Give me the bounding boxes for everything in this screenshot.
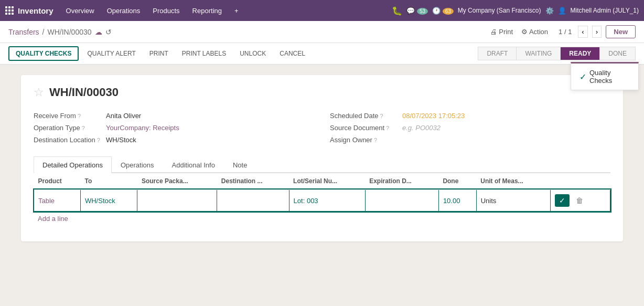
cell-row-actions: ✓ 🗑	[550, 189, 610, 212]
receive-from-field: Receive From ? Anita Oliver	[34, 110, 314, 122]
cell-to: WH/Stock	[80, 189, 137, 212]
bug-icon[interactable]: 🐛	[392, 6, 402, 16]
tab-detailed-operations[interactable]: Detailed Operations	[34, 156, 112, 173]
cell-source-package	[137, 189, 217, 212]
operation-type-label: Operation Type ?	[34, 124, 102, 132]
scheduled-date-label: Scheduled Date ?	[330, 112, 398, 120]
user-name: Mitchell Admin (JULY_1)	[571, 7, 639, 14]
cell-destination	[217, 189, 289, 212]
apps-grid-icon[interactable]	[5, 6, 14, 15]
col-to: To	[80, 173, 137, 189]
form-fields: Receive From ? Anita Oliver Operation Ty…	[34, 110, 610, 146]
nav-reporting[interactable]: Reporting	[187, 0, 227, 21]
receive-from-help-icon[interactable]: ?	[78, 113, 81, 119]
tab-content: Product To Source Packa... Destination .…	[34, 173, 610, 231]
cell-lot-serial: Lot: 003	[289, 189, 365, 212]
tab-note[interactable]: Note	[224, 156, 256, 173]
operations-table: Product To Source Packa... Destination .…	[34, 173, 610, 212]
pagination: 1 / 1	[559, 28, 572, 36]
col-expiration: Expiration D...	[365, 173, 438, 189]
new-button[interactable]: New	[606, 25, 636, 38]
check-icon: ✓	[579, 72, 586, 82]
scheduled-date-value: 08/07/2023 17:05:23	[402, 112, 465, 120]
add-line-button[interactable]: Add a line	[34, 212, 72, 226]
destination-help-icon[interactable]: ?	[97, 137, 100, 143]
record-title-row: ☆ WH/IN/00030	[34, 86, 610, 99]
favorite-star-icon[interactable]: ☆	[34, 86, 44, 99]
operation-type-field: Operation Type ? YourCompany: Receipts	[34, 122, 314, 134]
unlock-button[interactable]: UNLOCK	[234, 47, 271, 60]
col-done: Done	[438, 173, 476, 189]
col-actions	[550, 173, 610, 189]
print-labels-button[interactable]: PRINT LABELS	[177, 47, 231, 60]
clock-icon[interactable]: 🕐 63	[432, 7, 454, 15]
done-value: 10.00	[443, 197, 460, 205]
row-delete-button[interactable]: 🗑	[572, 194, 587, 207]
brand-logo: Inventory	[18, 6, 53, 15]
operation-type-help-icon[interactable]: ?	[82, 125, 85, 131]
company-name: My Company (San Francisco)	[458, 7, 541, 14]
col-unit: Unit of Meas...	[476, 173, 550, 189]
lot-serial-value: Lot: 003	[294, 197, 318, 205]
destination-value: WH/Stock	[106, 136, 136, 144]
record-title: WH/IN/00030	[49, 86, 119, 99]
refresh-icon[interactable]: ↺	[105, 28, 112, 36]
breadcrumb-parent[interactable]: Transfers	[8, 28, 39, 36]
record-card: ☆ WH/IN/00030 Receive From ? Anita Olive…	[21, 75, 623, 241]
col-lot-serial: Lot/Serial Nu...	[289, 173, 365, 189]
receive-from-label: Receive From ?	[34, 112, 102, 120]
print-button[interactable]: 🖨 Print	[490, 28, 513, 36]
status-done[interactable]: DONE	[599, 47, 636, 60]
unit-value: Units	[481, 197, 497, 205]
receive-from-value: Anita Oliver	[106, 112, 141, 120]
table-area: Product To Source Packa... Destination .…	[34, 173, 610, 226]
assign-owner-help-icon[interactable]: ?	[374, 137, 377, 143]
nav-operations[interactable]: Operations	[102, 0, 146, 21]
assign-owner-field: Assign Owner ?	[330, 134, 610, 146]
nav-overview[interactable]: Overview	[61, 0, 100, 21]
quality-alert-button[interactable]: QUALITY ALERT	[82, 47, 141, 60]
assign-owner-label: Assign Owner ?	[330, 136, 398, 144]
breadcrumb-current: WH/IN/00030	[48, 28, 92, 36]
breadcrumb-separator: /	[42, 28, 45, 36]
cell-unit: Units	[476, 189, 550, 212]
source-document-value[interactable]: e.g. PO0032	[402, 124, 441, 132]
source-document-help-icon[interactable]: ?	[386, 125, 389, 131]
tab-additional-info[interactable]: Additional Info	[163, 156, 224, 173]
breadcrumb: Transfers / WH/IN/00030 ☁ ↺	[8, 28, 112, 36]
status-draft[interactable]: DRAFT	[478, 47, 517, 60]
source-document-label: Source Document ?	[330, 124, 398, 132]
operation-type-value[interactable]: YourCompany: Receipts	[106, 124, 179, 132]
cloud-icon[interactable]: ☁	[95, 28, 102, 36]
status-ready[interactable]: READY	[560, 47, 600, 60]
quality-checks-label: Quality Checks	[589, 69, 612, 85]
product-link[interactable]: Table	[38, 197, 55, 205]
top-navigation: Inventory Overview Operations Products R…	[0, 0, 644, 21]
cell-product: Table	[34, 189, 81, 212]
settings-icon[interactable]: ⚙️	[545, 7, 554, 15]
row-check-button[interactable]: ✓	[555, 194, 570, 207]
tabs: Detailed Operations Operations Additiona…	[34, 156, 610, 173]
action-button[interactable]: ⚙ Action	[521, 28, 548, 36]
chat-icon[interactable]: 💬 53	[406, 7, 428, 15]
tab-operations[interactable]: Operations	[112, 156, 163, 173]
nav-products[interactable]: Products	[147, 0, 185, 21]
cancel-button[interactable]: CANCEL	[274, 47, 310, 60]
prev-page-button[interactable]: ‹	[578, 26, 587, 38]
user-avatar[interactable]: 👤	[558, 7, 566, 15]
table-header-row: Product To Source Packa... Destination .…	[34, 173, 610, 189]
action-bar: QUALITY CHECKS QUALITY ALERT PRINT PRINT…	[0, 43, 644, 65]
quality-checks-button[interactable]: QUALITY CHECKS	[8, 46, 79, 61]
destination-field: Destination Location ? WH/Stock	[34, 134, 314, 146]
print-button[interactable]: PRINT	[144, 47, 174, 60]
to-value: WH/Stock	[85, 197, 115, 205]
source-document-field: Source Document ? e.g. PO0032	[330, 122, 610, 134]
next-page-button[interactable]: ›	[592, 26, 602, 38]
col-destination: Destination ...	[217, 173, 289, 189]
status-waiting[interactable]: WAITING	[516, 47, 561, 60]
nav-plus[interactable]: +	[229, 0, 244, 21]
scheduled-date-help-icon[interactable]: ?	[380, 113, 383, 119]
cell-done: 10.00	[438, 189, 476, 212]
table-row: Table WH/Stock Lot: 003 10.00 Units ✓ 🗑	[34, 189, 610, 212]
main-content: ☆ WH/IN/00030 Receive From ? Anita Olive…	[0, 65, 644, 252]
